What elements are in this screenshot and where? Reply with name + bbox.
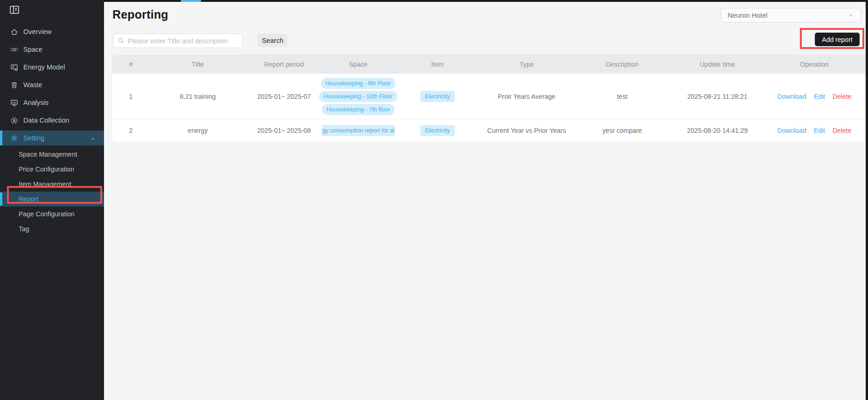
sidebar-item-label: Space — [23, 46, 42, 53]
search-field[interactable] — [113, 34, 243, 48]
column-header-type: Type — [480, 55, 573, 74]
sidebar-item-tag[interactable]: Tag — [0, 221, 104, 236]
space-tag-truncated: gy consumption report for all m — [322, 125, 395, 136]
sub-item-label: Report — [19, 195, 38, 203]
cell-operation: Download Edit Delete — [763, 74, 866, 119]
cell-update-time: 2025-08-20 14:41:29 — [672, 119, 763, 141]
sidebar-collapse-icon[interactable] — [9, 5, 20, 15]
chevron-down-icon — [847, 12, 854, 19]
sidebar-item-page-configuration[interactable]: Page Configuration — [0, 207, 104, 221]
sidebar-item-space-management[interactable]: Space Management — [0, 147, 104, 162]
home-icon — [10, 28, 18, 36]
column-header-report-period: Report period — [246, 55, 322, 74]
hotel-selector-value: Neuron Hotel — [728, 12, 767, 19]
sidebar-item-report[interactable]: Report — [0, 192, 104, 207]
download-link[interactable]: Download — [778, 93, 806, 100]
cell-report-period: 2025-01~ 2025-07 — [246, 74, 322, 119]
column-header-operation: Operation — [763, 55, 866, 74]
column-header-index: # — [112, 55, 149, 74]
column-header-title: Title — [149, 55, 246, 74]
cell-update-time: 2025-08-21 11:28:21 — [672, 74, 763, 119]
energy-model-icon — [10, 63, 18, 71]
sidebar-item-energy-model[interactable]: Energy Model — [0, 58, 104, 76]
table-header-row: # Title Report period Space Item Type De… — [112, 55, 866, 74]
table-row: 2 energy 2025-01~ 2025-08 gy consumption… — [112, 119, 866, 141]
add-report-button[interactable]: Add report — [815, 33, 860, 46]
sidebar-menu: Overview Space Energy Model Waste — [0, 23, 104, 236]
cell-title: energy — [149, 119, 246, 141]
cell-space: Housekeeping - 9th Floor Housekeeping - … — [322, 74, 395, 119]
sidebar-item-data-collection[interactable]: Data Collection — [0, 111, 104, 129]
sidebar-item-label: Analysis — [23, 99, 49, 106]
sidebar-item-overview[interactable]: Overview — [0, 23, 104, 41]
top-strip-blue-segment — [181, 0, 201, 2]
app-window: Overview Space Energy Model Waste — [0, 0, 868, 400]
gear-icon — [10, 134, 18, 142]
sidebar-item-space[interactable]: Space — [0, 41, 104, 58]
sub-item-label: Item Management — [19, 180, 71, 188]
edit-link[interactable]: Edit — [814, 127, 825, 134]
space-tag: Housekeeping - 7th floor — [322, 104, 395, 115]
cell-index: 1 — [112, 74, 149, 119]
cell-type: Current Year vs Prior Years — [480, 119, 573, 141]
search-input[interactable] — [128, 37, 238, 45]
delete-link[interactable]: Delete — [833, 127, 851, 134]
sub-item-label: Space Management — [19, 151, 77, 158]
sidebar-item-price-configuration[interactable]: Price Configuration — [0, 162, 104, 177]
cell-space: gy consumption report for all m — [322, 119, 395, 141]
sidebar-item-label: Waste — [23, 81, 42, 89]
waste-icon — [10, 81, 18, 89]
sidebar-item-setting[interactable]: Setting — [0, 131, 104, 145]
cell-description: yesr compare — [573, 119, 672, 141]
cell-operation: Download Edit Delete — [763, 119, 866, 141]
item-tag: Electricity — [420, 91, 454, 102]
space-tag: Housekeeping - 10th Floor — [319, 91, 397, 102]
sidebar-item-label: Setting — [23, 134, 44, 142]
chevron-up-icon — [90, 136, 96, 141]
cell-title: 8.21 training — [149, 74, 246, 119]
sidebar-item-analysis[interactable]: Analysis — [0, 94, 104, 111]
page-title: Reporting — [112, 8, 168, 21]
sub-item-label: Price Configuration — [19, 166, 74, 173]
analysis-icon — [10, 99, 18, 107]
right-window-strip — [866, 0, 868, 400]
search-icon — [118, 37, 125, 44]
space-icon — [10, 46, 18, 54]
cell-type: Proir Years Average — [480, 74, 573, 119]
item-tag: Electricity — [420, 125, 454, 136]
data-collection-icon — [10, 117, 18, 124]
column-header-item: Item — [395, 55, 480, 74]
table-row: 1 8.21 training 2025-01~ 2025-07 Houseke… — [112, 74, 866, 119]
sidebar-item-label: Data Collection — [23, 117, 69, 124]
sidebar: Overview Space Energy Model Waste — [0, 0, 104, 400]
edit-link[interactable]: Edit — [814, 93, 825, 100]
reports-table: # Title Report period Space Item Type De… — [112, 55, 866, 141]
download-link[interactable]: Download — [778, 127, 806, 134]
setting-submenu: Space Management Price Configuration Ite… — [0, 147, 104, 236]
sidebar-item-waste[interactable]: Waste — [0, 76, 104, 94]
cell-report-period: 2025-01~ 2025-08 — [246, 119, 322, 141]
sidebar-item-label: Overview — [23, 28, 51, 35]
cell-index: 2 — [112, 119, 149, 141]
column-header-update-time: Update time — [672, 55, 763, 74]
column-header-description: Description — [573, 55, 672, 74]
cell-description: test — [573, 74, 672, 119]
cell-item: Electricity — [395, 74, 480, 119]
space-tag: Housekeeping - 9th Floor — [321, 78, 396, 89]
top-window-strip — [104, 0, 866, 2]
sidebar-item-item-management[interactable]: Item Management — [0, 177, 104, 192]
sidebar-item-label: Energy Model — [23, 63, 65, 71]
column-header-space: Space — [322, 55, 395, 74]
sub-item-label: Tag — [19, 225, 29, 233]
cell-item: Electricity — [395, 119, 480, 141]
delete-link[interactable]: Delete — [833, 93, 851, 100]
search-button[interactable]: Search — [258, 34, 287, 47]
hotel-selector[interactable]: Neuron Hotel — [721, 8, 861, 22]
sub-item-label: Page Configuration — [19, 210, 75, 218]
